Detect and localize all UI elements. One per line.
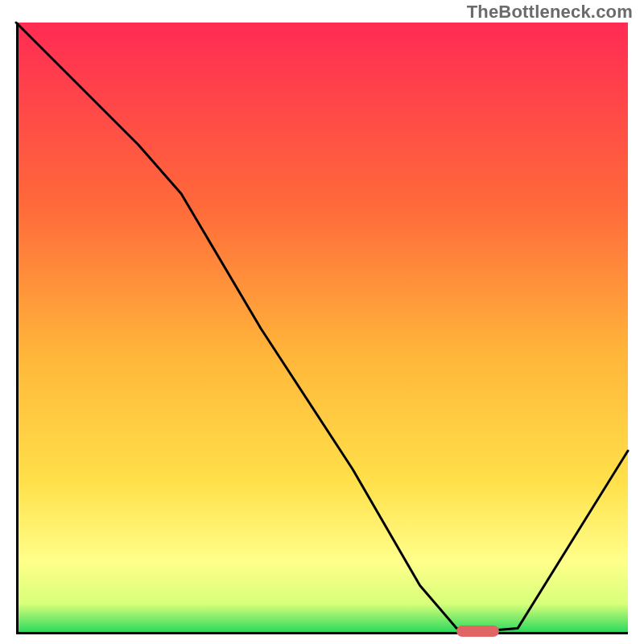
watermark-text: TheBottleneck.com	[467, 2, 633, 23]
optimal-range-marker	[456, 625, 499, 637]
chart-container: TheBottleneck.com	[0, 0, 644, 644]
axes-frame	[16, 23, 628, 634]
